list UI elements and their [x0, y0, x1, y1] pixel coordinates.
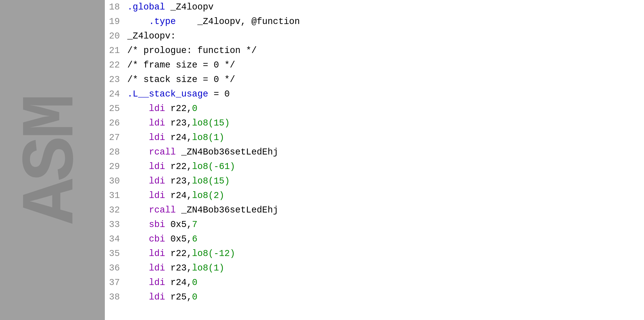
code-line: 31 ldi r24,lo8(2) — [105, 189, 644, 203]
code-content: .global _Z4loopv — [127, 0, 644, 15]
code-content: .type _Z4loopv, @function — [127, 15, 644, 29]
line-number: 29 — [105, 159, 127, 174]
line-number: 18 — [105, 0, 127, 15]
line-number: 30 — [105, 174, 127, 189]
code-content: ldi r25,0 — [127, 290, 644, 304]
code-line: 27 ldi r24,lo8(1) — [105, 130, 644, 145]
code-content: /* frame size = 0 */ — [127, 58, 644, 73]
sidebar: ASM — [0, 0, 105, 320]
code-content: ldi r24,0 — [127, 275, 644, 290]
line-number: 35 — [105, 246, 127, 261]
code-content: _Z4loopv: — [127, 29, 644, 44]
line-number: 31 — [105, 189, 127, 203]
code-line: 26 ldi r23,lo8(15) — [105, 116, 644, 130]
code-line: 22/* frame size = 0 */ — [105, 58, 644, 73]
line-number: 27 — [105, 130, 127, 145]
code-content: rcall _ZN4Bob36setLedEhj — [127, 145, 644, 159]
code-area: 18.global _Z4loopv19 .type _Z4loopv, @fu… — [105, 0, 644, 320]
line-number: 24 — [105, 87, 127, 101]
code-content: ldi r22,lo8(-12) — [127, 246, 644, 261]
code-content: ldi r23,lo8(15) — [127, 116, 644, 130]
line-number: 33 — [105, 218, 127, 232]
line-number: 34 — [105, 232, 127, 246]
line-number: 32 — [105, 203, 127, 218]
code-line: 29 ldi r22,lo8(-61) — [105, 159, 644, 174]
code-line: 35 ldi r22,lo8(-12) — [105, 246, 644, 261]
code-line: 23/* stack size = 0 */ — [105, 73, 644, 87]
code-content: cbi 0x5,6 — [127, 232, 644, 246]
line-number: 26 — [105, 116, 127, 130]
line-number: 36 — [105, 261, 127, 275]
line-number: 21 — [105, 44, 127, 58]
code-content: /* stack size = 0 */ — [127, 73, 644, 87]
code-content: .L__stack_usage = 0 — [127, 87, 644, 101]
code-line: 18.global _Z4loopv — [105, 0, 644, 15]
code-line: 19 .type _Z4loopv, @function — [105, 15, 644, 29]
code-line: 33 sbi 0x5,7 — [105, 218, 644, 232]
code-line: 36 ldi r23,lo8(1) — [105, 261, 644, 275]
code-content: ldi r23,lo8(15) — [127, 174, 644, 189]
code-content: sbi 0x5,7 — [127, 218, 644, 232]
code-content: ldi r23,lo8(1) — [127, 261, 644, 275]
line-number: 23 — [105, 73, 127, 87]
code-line: 30 ldi r23,lo8(15) — [105, 174, 644, 189]
code-line: 34 cbi 0x5,6 — [105, 232, 644, 246]
code-container: 18.global _Z4loopv19 .type _Z4loopv, @fu… — [105, 0, 644, 304]
code-line: 32 rcall _ZN4Bob36setLedEhj — [105, 203, 644, 218]
code-line: 37 ldi r24,0 — [105, 275, 644, 290]
code-content: rcall _ZN4Bob36setLedEhj — [127, 203, 644, 218]
line-number: 22 — [105, 58, 127, 73]
line-number: 38 — [105, 290, 127, 304]
code-line: 38 ldi r25,0 — [105, 290, 644, 304]
line-number: 19 — [105, 15, 127, 29]
line-number: 37 — [105, 275, 127, 290]
sidebar-label: ASM — [10, 96, 95, 224]
code-line: 20_Z4loopv: — [105, 29, 644, 44]
code-content: ldi r24,lo8(1) — [127, 130, 644, 145]
line-number: 25 — [105, 101, 127, 116]
line-number: 28 — [105, 145, 127, 159]
code-content: ldi r22,0 — [127, 101, 644, 116]
line-number: 20 — [105, 29, 127, 44]
code-content: /* prologue: function */ — [127, 44, 644, 58]
code-line: 24.L__stack_usage = 0 — [105, 87, 644, 101]
code-line: 25 ldi r22,0 — [105, 101, 644, 116]
code-content: ldi r22,lo8(-61) — [127, 159, 644, 174]
code-line: 21/* prologue: function */ — [105, 44, 644, 58]
code-line: 28 rcall _ZN4Bob36setLedEhj — [105, 145, 644, 159]
code-content: ldi r24,lo8(2) — [127, 189, 644, 203]
